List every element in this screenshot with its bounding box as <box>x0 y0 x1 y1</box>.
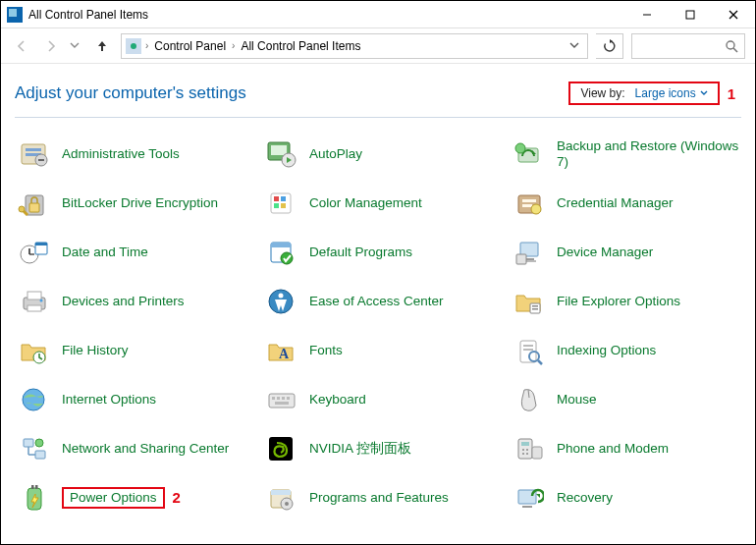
control-panel-item-label: Credential Manager <box>557 195 674 210</box>
ease-access-icon <box>264 285 297 318</box>
recovery-icon <box>512 481 545 515</box>
nav-back-button[interactable] <box>11 35 32 57</box>
breadcrumb-sep-icon: › <box>232 40 235 51</box>
backup-restore-icon <box>512 137 545 171</box>
control-panel-item-label: Power Options <box>70 490 157 505</box>
control-panel-item[interactable]: Date and Time <box>15 234 260 271</box>
view-by-label: View by: <box>580 86 624 100</box>
control-panel-item[interactable]: Administrative Tools <box>15 136 260 173</box>
heading-divider <box>15 117 741 118</box>
internet-opts-icon <box>17 383 50 416</box>
control-panel-item-label: Administrative Tools <box>62 146 180 161</box>
chevron-down-icon <box>700 86 708 100</box>
control-panel-item[interactable]: File Explorer Options <box>510 283 755 320</box>
window-title: All Control Panel Items <box>28 8 148 22</box>
control-panel-item[interactable]: Device Manager <box>510 234 755 271</box>
control-panel-item-label: Fonts <box>309 343 343 357</box>
svg-rect-1 <box>686 11 694 19</box>
breadcrumb-root[interactable]: Control Panel <box>152 39 228 53</box>
phone-modem-icon <box>512 432 545 465</box>
minimize-button[interactable] <box>625 1 669 28</box>
control-panel-item-label: Internet Options <box>62 392 156 407</box>
breadcrumb-sep-icon: › <box>145 40 148 51</box>
control-panel-item[interactable]: Devices and Printers <box>15 283 260 320</box>
control-panel-item-label: BitLocker Drive Encryption <box>62 195 218 210</box>
mouse-icon <box>512 383 545 416</box>
device-manager-icon <box>512 236 545 269</box>
control-panel-item-label: Network and Sharing Center <box>62 441 229 456</box>
control-panel-item-label: Mouse <box>557 392 597 407</box>
breadcrumb-current[interactable]: All Control Panel Items <box>239 39 362 53</box>
address-bar[interactable]: › Control Panel › All Control Panel Item… <box>121 33 588 59</box>
keyboard-icon <box>264 383 297 416</box>
datetime-icon <box>17 236 50 269</box>
control-panel-item-label: Programs and Features <box>309 490 449 505</box>
devices-printers-icon <box>17 285 50 318</box>
control-panel-item[interactable]: Backup and Restore (Windows 7) <box>510 136 755 173</box>
power-options-icon <box>17 481 50 515</box>
nav-history-dropdown[interactable] <box>70 38 83 53</box>
nav-forward-button[interactable] <box>40 35 62 57</box>
heading-row: Adjust your computer's settings View by:… <box>1 64 755 113</box>
control-panel-item-label: Ease of Access Center <box>309 294 444 308</box>
control-panel-item[interactable]: Recovery <box>510 479 755 517</box>
control-panel-item-label: AutoPlay <box>309 146 362 161</box>
refresh-button[interactable] <box>596 33 623 59</box>
control-panel-item[interactable]: Power Options2 <box>15 479 260 517</box>
view-by-value[interactable]: Large icons <box>635 86 708 100</box>
page-heading: Adjust your computer's settings <box>15 83 246 103</box>
file-explorer-opts-icon <box>512 285 545 318</box>
control-panel-item[interactable]: Network and Sharing Center <box>15 430 260 467</box>
annotation-1: 1 <box>728 85 735 102</box>
view-by-control[interactable]: View by: Large icons <box>568 82 719 105</box>
control-panel-item-label: Recovery <box>557 490 613 505</box>
navigation-bar: › Control Panel › All Control Panel Item… <box>1 28 755 64</box>
address-dropdown-icon[interactable] <box>566 38 583 53</box>
control-panel-item[interactable]: BitLocker Drive Encryption <box>15 185 260 222</box>
indexing-icon <box>512 334 545 367</box>
control-panel-item[interactable]: Color Management <box>262 185 508 222</box>
control-panel-item[interactable]: Phone and Modem <box>510 430 755 467</box>
fonts-icon <box>264 334 297 367</box>
maximize-button[interactable] <box>669 1 712 28</box>
control-panel-item[interactable]: Programs and Features <box>262 479 508 517</box>
control-panel-item-label: Phone and Modem <box>557 441 669 456</box>
control-panel-item[interactable]: Fonts <box>262 332 508 369</box>
control-panel-item-label: Backup and Restore (Windows 7) <box>557 138 738 169</box>
svg-line-5 <box>733 48 737 52</box>
control-panel-item-label: Device Manager <box>557 245 653 259</box>
control-panel-grid: Administrative ToolsAutoPlayBackup and R… <box>1 130 755 517</box>
autoplay-icon <box>264 137 297 171</box>
nvidia-icon <box>264 432 297 465</box>
default-programs-icon <box>264 236 297 269</box>
control-panel-item[interactable]: AutoPlay <box>262 136 508 173</box>
svg-point-4 <box>727 41 734 49</box>
color-mgmt-icon <box>264 187 297 220</box>
network-sharing-icon <box>17 432 50 465</box>
programs-features-icon <box>264 481 297 515</box>
control-panel-item[interactable]: Indexing Options <box>510 332 755 369</box>
control-panel-icon <box>126 38 141 54</box>
annotation-2: 2 <box>173 489 181 506</box>
control-panel-item-label: Devices and Printers <box>62 294 185 308</box>
control-panel-title-icon <box>7 7 23 23</box>
control-panel-item[interactable]: Ease of Access Center <box>262 283 508 320</box>
control-panel-item[interactable]: Mouse <box>510 381 755 418</box>
control-panel-item-label: Date and Time <box>62 245 148 259</box>
control-panel-item[interactable]: NVIDIA 控制面板 <box>262 430 508 467</box>
control-panel-item[interactable]: Internet Options <box>15 381 260 418</box>
control-panel-item[interactable]: Keyboard <box>262 381 508 418</box>
search-input[interactable] <box>631 33 745 59</box>
control-panel-item-label: Color Management <box>309 195 422 210</box>
window-titlebar: All Control Panel Items <box>1 1 755 28</box>
control-panel-item-label: Default Programs <box>309 245 412 259</box>
control-panel-item[interactable]: Default Programs <box>262 234 508 271</box>
file-history-icon <box>17 334 50 367</box>
nav-up-button[interactable] <box>91 35 113 57</box>
control-panel-item-label: Indexing Options <box>557 343 656 357</box>
control-panel-item[interactable]: Credential Manager <box>510 185 755 222</box>
search-icon <box>725 39 738 53</box>
control-panel-item[interactable]: File History <box>15 332 260 369</box>
bitlocker-icon <box>17 187 50 220</box>
close-button[interactable] <box>712 1 755 28</box>
